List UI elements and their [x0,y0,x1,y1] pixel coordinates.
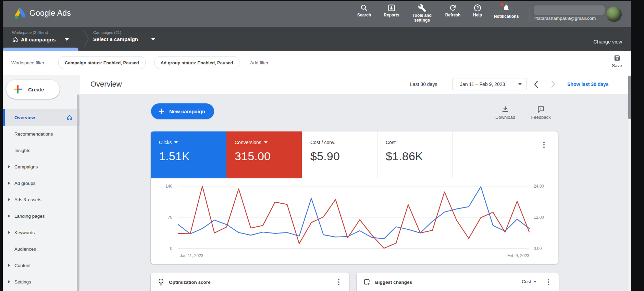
sidebar-item-recommendations[interactable]: Recommendations [3,126,80,142]
sidebar-item-overview[interactable]: Overview [3,109,80,126]
metric-value: $1.86K [386,150,452,163]
google-plus-icon [13,85,23,94]
sidebar-nav-list: Overview Recommendations Insights Campai… [3,109,80,290]
home-icon [66,114,73,121]
search-icon [360,4,368,12]
expand-arrow-icon [8,198,10,201]
help-icon: ? [473,4,482,12]
tools-settings-nav-button[interactable]: Tools and settings [407,4,437,23]
expand-arrow-icon [8,280,10,283]
left-axis-tick: 0 [151,246,172,251]
metric-value: 315.00 [235,150,302,163]
expand-arrow-icon [8,231,10,234]
campaign-status-filter-chip[interactable]: Campaign status: Enabled, Paused [58,56,146,69]
search-nav-button[interactable]: Search [349,4,379,18]
card-kebab-menu[interactable] [336,278,342,286]
main-content: Overview Last 30 days Jan 11 – Feb 9, 20… [80,75,631,291]
performance-panel: Clicks 1.51K Conversions 315.00 Cost / c… [151,131,558,264]
metric-value: $5.90 [310,150,377,163]
date-range-label: Last 30 days [410,81,437,87]
show-last-30-days-link[interactable]: Show last 30 days [567,81,609,87]
add-filter-button[interactable]: Add filter [250,60,268,65]
campaign-selector[interactable]: Campaigns (21) Select a campaign [93,30,155,42]
workspace-selector[interactable]: Workspace (2 filters) All campaigns [12,30,69,42]
chevron-down-icon [151,38,155,40]
right-axis-tick: 0.00 [534,246,542,251]
previous-period-button[interactable] [534,80,538,88]
notification-badge [500,3,504,6]
create-button[interactable]: Create [6,80,60,99]
change-view-link[interactable]: Change view [593,39,622,45]
google-ads-app: Google Ads Search Reports [3,1,631,291]
topbar-divider [530,7,530,22]
download-icon [501,105,509,113]
main-scrollbar[interactable] [628,75,631,291]
lightbulb-icon [158,278,164,286]
svg-text:?: ? [476,5,479,10]
brand-wordmark: Google Ads [29,9,71,18]
sidebar-item-campaigns[interactable]: Campaigns [3,159,80,175]
chevron-down-icon [518,83,522,85]
save-icon [613,54,621,62]
expand-arrow-icon [8,215,10,217]
expand-arrow-icon [8,182,10,185]
active-tab-indicator [3,48,78,51]
left-axis-tick: 70 [151,215,172,220]
reports-nav-button[interactable]: Reports [377,4,406,18]
sidebar-item-ads-assets[interactable]: Ads & assets [3,191,80,208]
sidebar-item-insights[interactable]: Insights [3,142,80,159]
x-axis-start-label: Jan 11, 2023 [180,253,203,258]
save-button[interactable]: Save [612,54,622,68]
sidebar-item-audiences[interactable]: Audiences [3,241,80,257]
changes-icon [363,279,371,286]
performance-chart[interactable]: 140 70 0 24.00 12.00 0.00 Jan 11, 2023 F… [151,178,558,264]
feedback-button[interactable]: Feedback [525,105,556,120]
page-title: Overview [90,80,122,89]
card-kebab-menu[interactable] [546,278,551,286]
chevron-down-icon [65,38,69,41]
context-bar: Workspace (2 filters) All campaigns Camp… [3,27,631,51]
google-ads-logo-icon [13,7,27,21]
notifications-nav-button[interactable]: Notifications [492,4,521,19]
chevron-down-icon [174,141,178,143]
sidebar-item-keywords[interactable]: Keywords [3,224,80,241]
optimization-score-card: Optimization score [151,273,349,291]
scrollbar-thumb[interactable] [628,76,631,119]
screen: Google Ads Search Reports [0,0,644,291]
right-axis-tick: 12.00 [534,215,544,220]
right-axis-tick: 24.00 [534,184,544,189]
nav-sidebar: Create Overview Recommendations Insights… [3,75,80,291]
ad-group-status-filter-chip[interactable]: Ad group status: Enabled, Paused [154,56,240,69]
changes-metric-selector[interactable]: Cost [522,279,537,285]
biggest-changes-card: Biggest changes Cost [357,273,559,291]
sidebar-item-ad-groups[interactable]: Ad groups [3,175,80,191]
metric-card-conversions[interactable]: Conversions 315.00 [226,131,302,178]
scorecard-row: Clicks 1.51K Conversions 315.00 Cost / c… [151,131,558,178]
refresh-icon [449,4,457,12]
filter-bar: Workspace filter Campaign status: Enable… [3,51,631,75]
home-icon [12,36,18,42]
metric-card-clicks[interactable]: Clicks 1.51K [151,131,226,178]
avatar[interactable] [606,7,622,22]
sidebar-item-settings[interactable]: Settings [3,274,80,290]
metric-value: 1.51K [159,150,226,163]
reports-icon [387,4,396,12]
account-name-redacted [534,5,605,15]
metric-card-cost[interactable]: Cost $1.86K [377,131,453,178]
help-nav-button[interactable]: ? Help [463,4,492,18]
x-axis-end-label: Feb 9, 2023 [481,253,529,258]
date-range-picker[interactable]: Jan 11 – Feb 9, 2023 [452,78,527,90]
expand-arrow-icon [8,165,10,168]
account-email: iffatarashampa08@gmail.com [534,16,596,21]
new-campaign-button[interactable]: New campaign [151,103,214,119]
overview-scroll-area: New campaign Download [80,94,628,291]
sidebar-item-landing-pages[interactable]: Landing pages [3,208,80,224]
sidebar-item-content[interactable]: Content [3,257,80,274]
download-button[interactable]: Download [490,105,521,120]
panel-kebab-menu[interactable] [541,141,547,149]
metric-card-cost-per-conv[interactable]: Cost / conv. $5.90 [302,131,377,178]
chevron-down-icon [264,141,268,143]
sidebar-scrollbar[interactable] [77,94,79,291]
left-axis-tick: 140 [151,184,172,189]
next-period-button[interactable] [551,80,556,88]
